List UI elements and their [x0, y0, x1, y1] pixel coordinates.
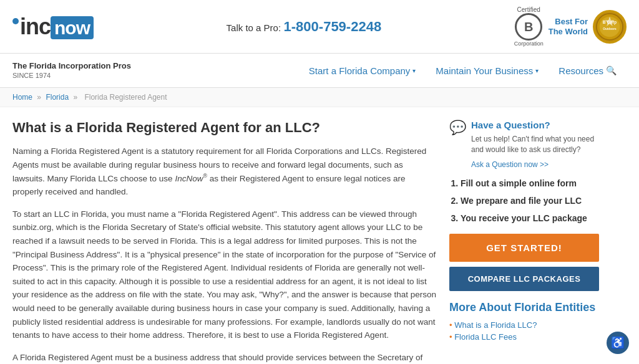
question-text-block: Have a Question? Let us help! Can't find…	[471, 120, 599, 169]
person-icon: 🔍	[606, 65, 617, 75]
accessibility-button[interactable]: ♿	[607, 332, 629, 354]
top-header: incnow Talk to a Pro: 1-800-759-2248 Cer…	[0, 0, 639, 54]
sidebar-steps: Fill out a simple online form We prepare…	[449, 178, 599, 224]
certified-label: Certified	[517, 6, 540, 13]
question-heading: Have a Question?	[471, 120, 599, 130]
nav-links: Start a Florida Company ▾ Maintain Your …	[299, 57, 627, 85]
paragraph-3: A Florida Registered Agent must be a bus…	[12, 351, 437, 364]
chevron-down-icon: ▾	[535, 67, 539, 74]
breadcrumb-sep2: »	[73, 93, 77, 102]
nav-brand: The Florida Incorporation Pros SINCE 197…	[12, 54, 131, 87]
paragraph-1: Naming a Florida Registered Agent is a s…	[12, 145, 437, 199]
list-item: Florida LLC Fees	[449, 332, 599, 342]
b-corp-circle: B	[515, 13, 542, 41]
logo-text: incnow	[20, 14, 94, 40]
step-2: We prepare and file your LLC	[461, 195, 599, 206]
breadcrumb-current: Florida Registered Agent	[84, 93, 167, 102]
best-world-label: Best ForThe World	[549, 17, 588, 36]
header-right: Certified B Corporation Best ForThe Worl…	[514, 6, 627, 47]
header-center: Talk to a Pro: 1-800-759-2248	[227, 19, 382, 35]
chevron-down-icon: ▾	[412, 67, 416, 74]
best-world-text: Best ForThe World	[549, 17, 588, 36]
page-title: What is a Florida Registered Agent for a…	[12, 120, 437, 136]
logo-area: incnow	[12, 14, 94, 40]
content-right: 💬 Have a Question? Let us help! Can't fi…	[449, 120, 599, 364]
florida-llc-fees-link[interactable]: Florida LLC Fees	[454, 332, 517, 342]
nav-resources[interactable]: Resources 🔍	[549, 57, 627, 85]
question-body: Let us help! Can't find what you need an…	[471, 134, 599, 155]
more-entities-section: More About Florida Entities What is a Fl…	[449, 301, 599, 342]
award-badge: B Corp Outdoors	[593, 10, 627, 44]
logo-dot	[12, 18, 19, 24]
steps-list: Fill out a simple online form We prepare…	[449, 178, 599, 224]
paragraph-2: To start an LLC in Florida, you must nam…	[12, 208, 437, 342]
phone-link[interactable]: 1-800-759-2248	[284, 19, 382, 34]
breadcrumb-home[interactable]: Home	[12, 93, 32, 102]
step-3: You receive your LLC package	[461, 213, 599, 224]
nav-bar: The Florida Incorporation Pros SINCE 197…	[0, 54, 639, 88]
step-1: Fill out a simple online form	[461, 178, 599, 189]
sidebar-question-box: 💬 Have a Question? Let us help! Can't fi…	[449, 120, 599, 169]
list-item: What is a Florida LLC?	[449, 320, 599, 330]
talk-label: Talk to a Pro:	[227, 22, 281, 33]
logo-inc: inc	[20, 14, 51, 39]
breadcrumb: Home » Florida » Florida Registered Agen…	[0, 88, 639, 107]
florida-llc-link[interactable]: What is a Florida LLC?	[454, 320, 537, 330]
more-entities-title: More About Florida Entities	[449, 301, 599, 314]
question-icon: 💬	[449, 120, 466, 169]
more-entities-list: What is a Florida LLC? Florida LLC Fees	[449, 320, 599, 342]
breadcrumb-florida[interactable]: Florida	[46, 93, 69, 102]
main-content: What is a Florida Registered Agent for a…	[0, 107, 639, 364]
get-started-button[interactable]: GET STARTED!	[449, 234, 599, 262]
certified-b-corp: Certified B Corporation	[514, 6, 544, 47]
compare-packages-button[interactable]: COMPARE LLC PACKAGES	[449, 267, 599, 291]
logo-now: now	[51, 16, 94, 39]
nav-start-florida[interactable]: Start a Florida Company ▾	[299, 57, 426, 85]
corporation-label: Corporation	[514, 41, 544, 47]
nav-maintain-business[interactable]: Maintain Your Business ▾	[426, 57, 549, 85]
ask-question-link[interactable]: Ask a Question now >>	[471, 160, 549, 169]
svg-text:Outdoors: Outdoors	[603, 27, 617, 30]
content-left: What is a Florida Registered Agent for a…	[12, 120, 437, 364]
since-label: SINCE 1974	[12, 72, 51, 79]
breadcrumb-sep1: »	[37, 93, 41, 102]
